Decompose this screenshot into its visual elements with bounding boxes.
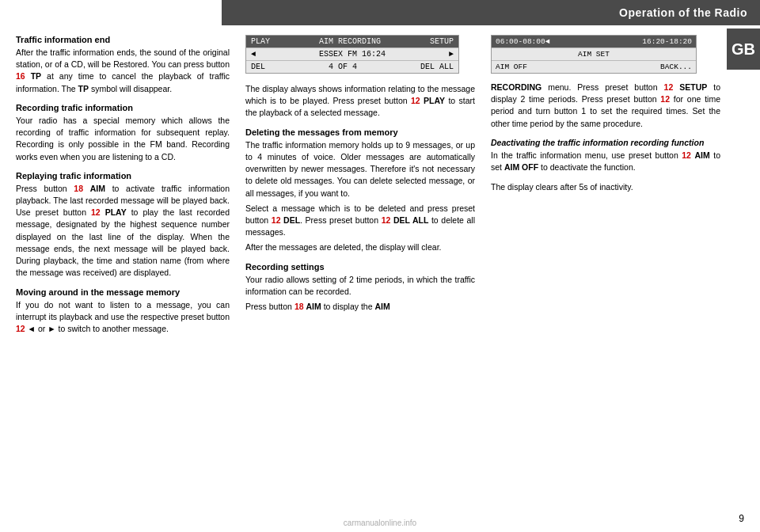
- screen-row-1: PLAY AIM RECORDING SETUP: [246, 36, 458, 48]
- section-title-replaying: Replaying trafic information: [16, 171, 230, 180]
- badge-12-replaying: 12: [91, 207, 101, 218]
- screen-arrow-right: ►: [449, 50, 454, 59]
- badge-12-mid: 12: [411, 95, 420, 107]
- watermark: carmanualonline.info: [344, 519, 416, 527]
- gb-badge: GB: [727, 28, 760, 70]
- badge-12-moving: 12: [16, 323, 25, 335]
- page-number: 9: [739, 513, 744, 524]
- section-body-rec-settings: Your radio allows setting of 2 time peri…: [245, 274, 475, 298]
- screen-setup: SETUP: [430, 37, 454, 46]
- screen2-time1: 06:00-08:00◄: [496, 37, 549, 46]
- screen2-back: BACK...: [660, 63, 692, 71]
- section-body-deactivating: In the traffic information menu, use pre…: [491, 150, 720, 173]
- screen2-aim-off: AIM OFF: [496, 63, 527, 71]
- screen2-row-3: AIM OFF BACK...: [492, 61, 696, 73]
- badge-16: 16: [16, 70, 25, 82]
- screen-aim-recording: AIM RECORDING: [319, 37, 381, 46]
- badge-12-right-2: 12: [660, 93, 670, 105]
- section-body-deleting: The traffic information memory holds up …: [245, 139, 475, 200]
- screen-arrow-left: ◄: [251, 50, 256, 59]
- screen-del: DEL: [251, 63, 265, 71]
- screen-row-3: DEL 4 OF 4 DEL ALL: [246, 61, 458, 73]
- badge-12-del: 12: [272, 215, 281, 226]
- section-title-deleting: Deleting the messages from memory: [245, 127, 475, 137]
- section-body-replaying: Press button 18 AIM to activate traffic …: [16, 183, 230, 279]
- section-body-recording-trafic: Your radio has a special memory which al…: [16, 115, 230, 163]
- screen-count: 4 OF 4: [329, 63, 357, 71]
- display-screen-2: 06:00-08:00◄ 16:20-18:20 AIM SET AIM OFF…: [491, 35, 697, 74]
- screen2-row-1: 06:00-08:00◄ 16:20-18:20: [492, 36, 696, 48]
- right-recording-menu: RECORDING menu. Press preset button 12 S…: [491, 82, 720, 130]
- display-screen-1: PLAY AIM RECORDING SETUP ◄ ESSEX FM 16:2…: [245, 35, 459, 74]
- screen-del-all: DEL ALL: [420, 63, 454, 71]
- screen2-time2: 16:20-18:20: [642, 37, 692, 46]
- section-body-traffic-end: After the traffic information ends, the …: [16, 47, 230, 95]
- page-title: Operation of the Radio: [619, 6, 747, 19]
- section-body-deleting-3: After the messages are deleted, the disp…: [245, 241, 475, 253]
- section-title-recording-trafic: Recording trafic information: [16, 103, 230, 112]
- screen-row-2: ◄ ESSEX FM 16:24 ►: [246, 48, 458, 61]
- screen-play: PLAY: [251, 37, 270, 46]
- section-body-deleting-2: Select a message which is to be deleted …: [245, 203, 475, 239]
- section-title-rec-settings: Recording settings: [245, 262, 475, 272]
- section-body-display-clears: The display clears after 5s of inactivit…: [491, 181, 720, 193]
- badge-18-rec: 18: [294, 301, 304, 313]
- screen2-aim-set: AIM SET: [578, 50, 610, 59]
- header-bar: Operation of the Radio: [222, 0, 760, 25]
- mid-column: PLAY AIM RECORDING SETUP ◄ ESSEX FM 16:2…: [245, 35, 475, 313]
- badge-18-replaying: 18: [74, 183, 83, 195]
- mid-intro: The display always shows information rel…: [245, 83, 475, 120]
- section-title-traffic-end: Traffic information end: [16, 35, 230, 44]
- right-column: 06:00-08:00◄ 16:20-18:20 AIM SET AIM OFF…: [491, 35, 720, 194]
- screen-station: ESSEX FM 16:24: [319, 50, 386, 59]
- left-column: Traffic information end After the traffi…: [16, 35, 230, 335]
- screen2-row-2: AIM SET: [492, 48, 696, 61]
- badge-12-deact: 12: [682, 150, 691, 162]
- section-body-moving: If you do not want to listen to a messag…: [16, 299, 230, 336]
- badge-12-delall: 12: [382, 215, 391, 226]
- section-title-moving: Moving around in the message memory: [16, 287, 230, 297]
- section-body-rec-settings-2: Press button 18 AIM to display the AIM: [245, 301, 475, 313]
- section-title-deactivating: Deactivating the traffic information rec…: [491, 138, 720, 147]
- badge-12-right: 12: [664, 82, 674, 93]
